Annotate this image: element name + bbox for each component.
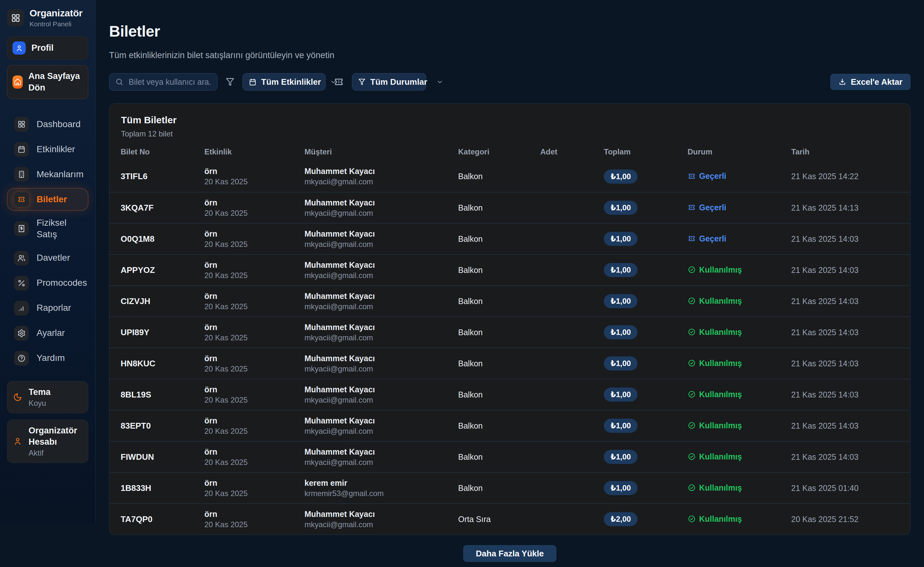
sidebar: Organizatör Kontrol Paneli Profil Ana Sa… (0, 0, 96, 523)
col-ticket-no: Bilet No (121, 147, 204, 156)
status-label: Kullanılmış (699, 514, 742, 523)
total-cell: ₺1,00 (604, 388, 687, 402)
event-filter-dropdown[interactable]: Tüm Etkinlikler (243, 73, 326, 90)
event-date: 20 Kas 2025 (204, 209, 304, 218)
export-excel-button[interactable]: Excel'e Aktar (830, 74, 910, 90)
table-row[interactable]: 83EPT0 örn 20 Kas 2025 Muhammet Kayacı m… (110, 410, 910, 441)
search-input[interactable] (128, 77, 212, 87)
sidebar-nav: Dashboard Etkinlikler Mekanlarım Biletle… (7, 113, 88, 370)
total-badge: ₺1,00 (604, 232, 638, 246)
sidebar-item-events[interactable]: Etkinlikler (7, 138, 88, 161)
status-label: Geçerli (699, 203, 726, 212)
page-subtitle: Tüm etkinliklerinizin bilet satışlarını … (109, 50, 910, 60)
event-date: 20 Kas 2025 (204, 333, 304, 342)
event-cell: örn 20 Kas 2025 (204, 260, 304, 280)
customer-name: Muhammet Kayacı (304, 229, 458, 239)
customer-cell: Muhammet Kayacı mkyacii@gmail.com (304, 198, 458, 218)
status-badge: Kullanılmış (687, 514, 742, 523)
help-icon (14, 351, 29, 366)
event-cell: örn 20 Kas 2025 (204, 198, 304, 218)
sidebar-item-promocodes[interactable]: Promocodes (7, 272, 88, 295)
table-row[interactable]: TA7QP0 örn 20 Kas 2025 Muhammet Kayacı m… (110, 504, 910, 535)
sidebar-item-invitations[interactable]: Davetler (7, 247, 88, 269)
table-row[interactable]: 1B833H örn 20 Kas 2025 kerem emir krmemi… (110, 472, 910, 504)
check-circle-icon (687, 484, 696, 492)
status-cell: Kullanılmış (687, 390, 791, 400)
event-name: örn (204, 229, 304, 239)
status-cell: Kullanılmış (687, 421, 791, 431)
sidebar-item-tickets[interactable]: Biletler (7, 188, 88, 211)
check-circle-icon (687, 421, 696, 430)
customer-email: mkyacii@gmail.com (304, 177, 458, 186)
table-row[interactable]: 3KQA7F örn 20 Kas 2025 Muhammet Kayacı m… (110, 192, 910, 223)
panel-count: Toplam 12 bilet (121, 129, 898, 138)
event-date: 20 Kas 2025 (204, 177, 304, 186)
ticket-icon (687, 172, 696, 180)
sidebar-item-venues[interactable]: Mekanlarım (7, 163, 88, 186)
table-row[interactable]: O0Q1M8 örn 20 Kas 2025 Muhammet Kayacı m… (110, 223, 910, 254)
category: Balkon (458, 484, 540, 493)
ticket-no: O0Q1M8 (121, 234, 204, 244)
total-badge: ₺1,00 (604, 294, 638, 308)
load-more-button[interactable]: Daha Fazla Yükle (463, 545, 556, 562)
sidebar-item-help[interactable]: Yardım (7, 347, 88, 370)
table-row[interactable]: APPYOZ örn 20 Kas 2025 Muhammet Kayacı m… (110, 254, 910, 286)
ticket-icon (687, 203, 696, 212)
status-cell: Kullanılmış (687, 265, 791, 275)
ticket-no: TA7QP0 (121, 514, 204, 524)
status-cell: Kullanılmış (687, 452, 791, 462)
profile-card[interactable]: Profil (7, 36, 88, 60)
table-header-row: Bilet No Etkinlik Müşteri Kategori Adet … (110, 140, 910, 161)
purchase-date: 21 Kas 2025 14:03 (791, 266, 899, 275)
status-cell: Kullanılmış (687, 514, 791, 525)
percent-icon (14, 276, 29, 290)
event-name: örn (204, 167, 304, 176)
sidebar-item-dashboard[interactable]: Dashboard (7, 113, 88, 135)
customer-cell: Muhammet Kayacı mkyacii@gmail.com (304, 229, 458, 249)
total-badge: ₺1,00 (604, 419, 638, 433)
customer-email: mkyacii@gmail.com (304, 271, 458, 280)
ticket-no: 3TIFL6 (121, 171, 204, 181)
back-home-card[interactable]: Ana Sayfaya Dön (7, 65, 88, 99)
status-label: Kullanılmış (699, 359, 742, 368)
search-icon (115, 78, 123, 86)
ticket-no: 83EPT0 (121, 421, 204, 431)
table-row[interactable]: CIZVJH örn 20 Kas 2025 Muhammet Kayacı m… (110, 286, 910, 317)
event-cell: örn 20 Kas 2025 (204, 385, 304, 405)
dashboard-icon (14, 117, 29, 132)
total-cell: ₺1,00 (604, 201, 687, 215)
event-date: 20 Kas 2025 (204, 364, 304, 373)
check-circle-icon (687, 297, 696, 305)
sidebar-item-physical-sales[interactable]: Fiziksel Satış (7, 213, 88, 244)
table-row[interactable]: 3TIFL6 örn 20 Kas 2025 Muhammet Kayacı m… (110, 161, 910, 192)
status-label: Kullanılmış (699, 296, 742, 306)
status-label: Kullanılmış (699, 390, 742, 399)
account-card[interactable]: Organizatör Hesabı Aktif (7, 420, 88, 463)
theme-toggle[interactable]: Tema Koyu (7, 381, 88, 413)
total-cell: ₺1,00 (604, 419, 687, 433)
status-filter-dropdown[interactable]: Tüm Durumlar (352, 73, 426, 90)
sidebar-item-reports[interactable]: Raporlar (7, 297, 88, 319)
customer-email: mkyacii@gmail.com (304, 364, 458, 373)
customer-name: Muhammet Kayacı (304, 510, 458, 519)
ticket-no: 8BL19S (121, 390, 204, 400)
table-row[interactable]: 8BL19S örn 20 Kas 2025 Muhammet Kayacı m… (110, 379, 910, 410)
table-row[interactable]: HN8KUC örn 20 Kas 2025 Muhammet Kayacı m… (110, 348, 910, 379)
total-badge: ₺1,00 (604, 356, 638, 370)
table-row[interactable]: UPI89Y örn 20 Kas 2025 Muhammet Kayacı m… (110, 317, 910, 348)
filter-funnel-icon (225, 77, 235, 87)
total-badge: ₺1,00 (604, 450, 638, 464)
customer-cell: Muhammet Kayacı mkyacii@gmail.com (304, 323, 458, 342)
sidebar-item-settings[interactable]: Ayarlar (7, 322, 88, 344)
calendar-icon (14, 142, 29, 157)
building-icon (14, 167, 29, 182)
status-badge: Kullanılmış (687, 452, 742, 462)
status-badge: Geçerli (687, 171, 726, 181)
status-filter-value: Tüm Durumlar (370, 77, 428, 87)
category: Orta Sıra (458, 515, 540, 524)
check-circle-icon (687, 266, 696, 274)
customer-name: Muhammet Kayacı (304, 323, 458, 332)
event-date: 20 Kas 2025 (204, 271, 304, 280)
purchase-date: 21 Kas 2025 14:03 (791, 453, 899, 462)
table-row[interactable]: FIWDUN örn 20 Kas 2025 Muhammet Kayacı m… (110, 441, 910, 472)
